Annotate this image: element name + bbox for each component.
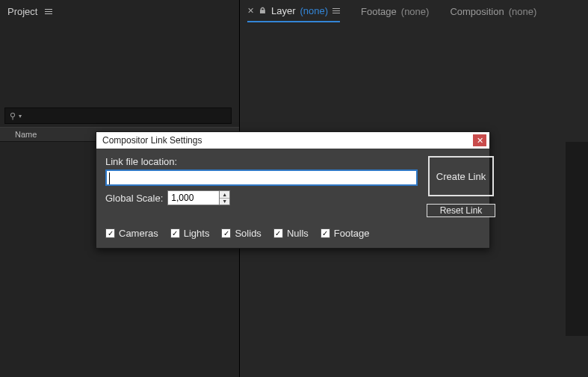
project-preview-area: [0, 22, 239, 105]
project-panel-title: Project: [7, 6, 37, 17]
tab-layer-value: (none): [300, 5, 329, 16]
export-options-row: ✓ Cameras ✓ Lights ✓ Solids ✓ Nulls ✓ Fo…: [105, 228, 480, 239]
checkbox-cameras-label: Cameras: [119, 228, 158, 239]
tab-composition-value: (none): [509, 6, 537, 17]
viewer-tabs: ✕ 🔒︎ Layer (none) Footage (none) Composi…: [240, 0, 588, 22]
tab-composition[interactable]: Composition (none): [450, 0, 536, 22]
checkbox-icon[interactable]: ✓: [273, 228, 283, 238]
link-location-input[interactable]: [105, 169, 418, 186]
checkbox-icon[interactable]: ✓: [321, 228, 330, 238]
panel-menu-icon[interactable]: [45, 9, 52, 14]
checkbox-nulls-label: Nulls: [287, 228, 309, 239]
viewer-side-strip: [566, 142, 588, 336]
checkbox-icon[interactable]: ✓: [105, 228, 115, 238]
column-name-header[interactable]: Name: [0, 130, 37, 139]
project-search-input[interactable]: ⚲ ▾: [4, 108, 232, 124]
text-cursor: [109, 172, 110, 184]
close-icon[interactable]: ✕: [247, 6, 254, 16]
close-icon[interactable]: ✕: [473, 134, 486, 146]
checkbox-lights-label: Lights: [184, 228, 210, 239]
global-scale-label: Global Scale:: [105, 193, 163, 204]
panel-menu-icon[interactable]: [332, 8, 340, 13]
chevron-down-icon: ▾: [19, 113, 22, 119]
checkbox-cameras[interactable]: ✓ Cameras: [105, 228, 158, 239]
global-scale-spinner[interactable]: ▲ ▼: [167, 190, 230, 205]
tab-footage-value: (none): [401, 6, 430, 17]
tab-footage[interactable]: Footage (none): [361, 0, 429, 22]
project-panel-header: Project: [0, 0, 239, 22]
checkbox-nulls[interactable]: ✓ Nulls: [273, 228, 309, 239]
global-scale-input[interactable]: [167, 190, 220, 205]
tab-layer-label: Layer: [271, 5, 296, 16]
checkbox-footage-label: Footage: [334, 228, 370, 239]
link-location-label: Link file location:: [105, 156, 418, 167]
spinner-down-icon[interactable]: ▼: [220, 199, 229, 205]
checkbox-solids[interactable]: ✓ Solids: [221, 228, 261, 239]
checkbox-solids-label: Solids: [235, 228, 261, 239]
spinner-up-icon[interactable]: ▲: [220, 191, 229, 199]
dialog-titlebar[interactable]: Compositor Link Settings ✕: [96, 132, 489, 149]
lock-icon[interactable]: 🔒︎: [259, 6, 267, 15]
checkbox-icon[interactable]: ✓: [170, 228, 180, 238]
tab-layer[interactable]: ✕ 🔒︎ Layer (none): [247, 0, 340, 22]
search-icon: ⚲: [10, 111, 16, 121]
create-link-button[interactable]: Create Link: [428, 156, 494, 196]
compositor-link-settings-dialog: Compositor Link Settings ✕ Link file loc…: [96, 131, 490, 249]
checkbox-lights[interactable]: ✓ Lights: [170, 228, 210, 239]
dialog-title: Compositor Link Settings: [102, 135, 202, 146]
tab-composition-label: Composition: [450, 6, 504, 17]
checkbox-icon[interactable]: ✓: [221, 228, 231, 238]
tab-footage-label: Footage: [361, 6, 397, 17]
reset-link-button[interactable]: Reset Link: [427, 204, 495, 217]
checkbox-footage[interactable]: ✓ Footage: [321, 228, 370, 239]
